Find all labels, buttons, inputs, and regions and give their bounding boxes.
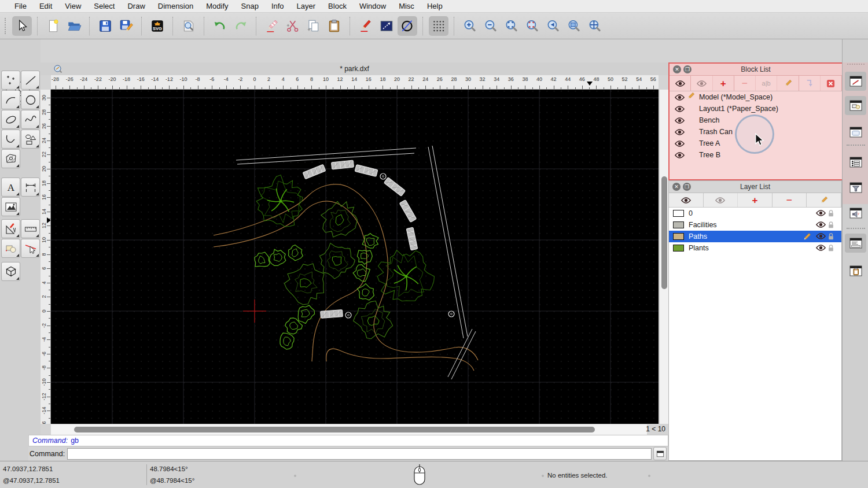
- menu-select[interactable]: Select: [87, 2, 121, 10]
- drawing-canvas[interactable]: [51, 90, 659, 424]
- command-dock-toggle-button[interactable]: [845, 234, 866, 253]
- pen-button[interactable]: [356, 16, 376, 36]
- zoom-out-button[interactable]: [481, 16, 501, 36]
- arc-tool-button[interactable]: [1, 90, 20, 109]
- block-row[interactable]: Model (*Model_Space): [670, 91, 842, 103]
- circle-tool-button[interactable]: [21, 90, 40, 109]
- points-tool-button[interactable]: [1, 71, 20, 90]
- lock-icon[interactable]: [827, 209, 837, 217]
- visibility-eye-icon[interactable]: [675, 140, 684, 147]
- block-eye-button[interactable]: [691, 76, 712, 91]
- visibility-eye-icon[interactable]: [816, 244, 825, 252]
- dimension-tool-button[interactable]: [21, 178, 40, 197]
- zoom-back-button[interactable]: [543, 16, 563, 36]
- block-redx-button[interactable]: [821, 76, 842, 91]
- polyline-tool-button[interactable]: [1, 130, 20, 149]
- print-preview-button[interactable]: [179, 16, 198, 36]
- visibility-eye-icon[interactable]: [675, 117, 684, 124]
- solid-3d-tool-button[interactable]: [1, 262, 20, 281]
- ellipse-tool-button[interactable]: [1, 110, 20, 129]
- horizontal-scrollbar[interactable]: [51, 424, 647, 435]
- vertical-scrollbar[interactable]: [659, 90, 668, 424]
- menu-block[interactable]: Block: [322, 2, 353, 10]
- command-input[interactable]: [67, 448, 652, 460]
- spline-tool-button[interactable]: [21, 110, 40, 129]
- menu-draw[interactable]: Draw: [121, 2, 151, 10]
- svg-export-button[interactable]: SVG: [148, 16, 167, 36]
- visibility-eye-icon[interactable]: [816, 209, 825, 217]
- menu-modify[interactable]: Modify: [200, 2, 234, 10]
- menu-edit[interactable]: Edit: [33, 2, 58, 10]
- lock-icon[interactable]: [827, 244, 837, 252]
- visibility-eye-icon[interactable]: [675, 105, 684, 112]
- menu-info[interactable]: Info: [265, 2, 290, 10]
- zoom-in-button[interactable]: [460, 16, 480, 36]
- filter-dock-toggle-button[interactable]: [845, 178, 866, 197]
- hatch-tool-button[interactable]: [1, 149, 20, 168]
- menu-window[interactable]: Window: [353, 2, 392, 10]
- horizontal-scrollbar-thumb[interactable]: [74, 427, 595, 432]
- block-plus-button[interactable]: +: [713, 76, 734, 91]
- visibility-eye-icon[interactable]: [816, 221, 825, 228]
- block-insert-button[interactable]: [799, 76, 821, 91]
- grid-toggle-button[interactable]: [429, 16, 448, 36]
- command-widget-toggle-button[interactable]: [653, 447, 667, 460]
- notify-dock-toggle-button[interactable]: [845, 204, 866, 223]
- layer-row[interactable]: Paths: [669, 231, 841, 242]
- block-row[interactable]: Layout1 (*Paper_Space): [670, 103, 842, 114]
- menu-misc[interactable]: Misc: [392, 2, 421, 10]
- new-file-button[interactable]: [43, 16, 63, 36]
- vertical-scrollbar-thumb[interactable]: [661, 176, 667, 289]
- save-as-button[interactable]: [116, 16, 136, 36]
- copy-button[interactable]: [304, 16, 323, 36]
- zoom-window-button[interactable]: [564, 16, 584, 36]
- text-tool-button[interactable]: A: [1, 178, 20, 197]
- menu-view[interactable]: View: [58, 2, 87, 10]
- visibility-eye-icon[interactable]: [675, 151, 684, 158]
- undo-button[interactable]: [210, 16, 230, 36]
- menu-dimension[interactable]: Dimension: [152, 2, 200, 10]
- save-button[interactable]: [95, 16, 115, 36]
- clipboard-dock-toggle-button[interactable]: [845, 261, 866, 280]
- block-minus-button[interactable]: −: [734, 76, 756, 91]
- eraser-button[interactable]: [262, 16, 282, 36]
- list-dock-toggle-button[interactable]: [845, 153, 866, 172]
- modify-tool-button[interactable]: [1, 219, 20, 238]
- visibility-eye-icon[interactable]: [675, 128, 684, 135]
- library-dock-toggle-button[interactable]: [845, 123, 866, 142]
- block-pencil-button[interactable]: [777, 76, 799, 91]
- visibility-eye-icon[interactable]: [816, 232, 825, 240]
- menu-file[interactable]: File: [8, 2, 33, 10]
- polygon-shapes-tool-button[interactable]: [21, 130, 40, 149]
- deselect-tool-button[interactable]: [21, 239, 40, 258]
- layer-pencil-button[interactable]: [807, 193, 841, 207]
- layer-row[interactable]: 0: [669, 208, 841, 219]
- menu-layer[interactable]: Layer: [290, 2, 322, 10]
- menu-snap[interactable]: Snap: [235, 2, 265, 10]
- lock-icon[interactable]: [827, 232, 837, 240]
- layer-row[interactable]: Plants: [669, 242, 841, 254]
- layer-eye-button[interactable]: [669, 193, 704, 207]
- relative-zero-button[interactable]: [377, 16, 396, 36]
- redo-button[interactable]: [231, 16, 251, 36]
- menu-help[interactable]: Help: [421, 2, 449, 10]
- layer-minus-button[interactable]: −: [773, 193, 807, 207]
- layer-plus-button[interactable]: +: [738, 193, 773, 207]
- draft-mode-button[interactable]: [398, 16, 417, 36]
- zoom-pan-button[interactable]: [585, 16, 605, 36]
- image-tool-button[interactable]: [1, 197, 20, 216]
- layer-eye-button[interactable]: [704, 193, 738, 207]
- block-ab-button[interactable]: a|b: [756, 76, 777, 91]
- layer-row[interactable]: Facilities: [669, 219, 841, 231]
- paste-button[interactable]: [325, 16, 344, 36]
- select-cursor-button[interactable]: [12, 16, 32, 36]
- block-eye-button[interactable]: [670, 76, 691, 91]
- measure-tool-button[interactable]: [21, 219, 40, 238]
- zoom-previous-view-button[interactable]: [523, 16, 542, 36]
- block-tools-tool-button[interactable]: [1, 239, 20, 258]
- block-dock-toggle-button[interactable]: [845, 96, 866, 115]
- pen-dock-toggle-button[interactable]: [845, 72, 866, 91]
- line-tool-button[interactable]: [21, 71, 40, 90]
- lock-icon[interactable]: [827, 221, 837, 228]
- zoom-auto-button[interactable]: [502, 16, 521, 36]
